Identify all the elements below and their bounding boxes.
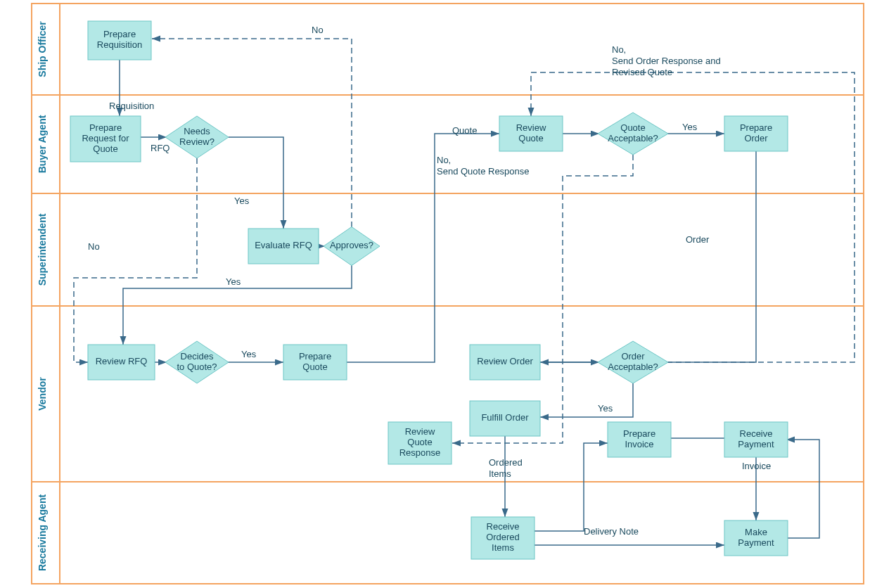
- edge-label-e10: No,: [612, 44, 626, 55]
- node-text: Quote: [302, 362, 327, 372]
- node-text: Quote: [518, 133, 543, 143]
- node-text: Fulfill Order: [481, 412, 529, 423]
- node-review_rfq: Review RFQ: [88, 345, 155, 380]
- edge-label-e15: Delivery Note: [584, 526, 639, 537]
- node-text: to Quote?: [177, 362, 217, 372]
- svg-rect-0: [32, 4, 864, 584]
- node-review_quote: ReviewQuote: [499, 116, 563, 151]
- edge-label-e9: Yes: [682, 122, 698, 132]
- node-order_acc: OrderAcceptable?: [598, 341, 668, 383]
- node-text: Acceptable?: [608, 133, 658, 143]
- lane-label-recv: Receiving Agent: [37, 494, 48, 572]
- node-prep_rfq: PrepareRequest forQuote: [70, 116, 141, 162]
- swimlane-diagram: Ship OfficerBuyer AgentSuperintendentVen…: [0, 0, 896, 588]
- edge-label-e12: Order: [686, 234, 710, 245]
- edge-label-e2: Requisition: [109, 101, 154, 111]
- connector: [531, 72, 855, 362]
- node-text: Make: [745, 527, 767, 537]
- edge-label-e10: Revised Quote: [612, 67, 672, 77]
- node-text: Invoice: [625, 439, 653, 449]
- node-eval_rfq: Evaluate RFQ: [248, 229, 319, 264]
- node-text: Request for: [82, 133, 129, 143]
- node-recv_pay: ReceivePayment: [724, 422, 788, 457]
- edge-label-e5: No: [88, 241, 100, 252]
- node-text: Acceptable?: [608, 362, 658, 372]
- edge-label-e16: Invoice: [742, 461, 771, 471]
- node-text: Requisition: [97, 39, 142, 50]
- node-text: Review RFQ: [96, 356, 148, 366]
- node-text: Ordered: [486, 532, 520, 542]
- lane-label-super: Superintendent: [37, 213, 48, 286]
- node-text: Review Order: [477, 356, 533, 366]
- node-make_pay: MakePayment: [724, 520, 788, 556]
- edge-label-e4: Yes: [234, 196, 250, 206]
- node-prep_quote: PrepareQuote: [283, 345, 347, 380]
- node-text: Order: [621, 351, 645, 362]
- lane-label-vendor: Vendor: [37, 377, 48, 411]
- node-text: Response: [399, 447, 441, 458]
- node-text: Quote: [407, 437, 432, 447]
- node-prep_inv: PrepareInvoice: [608, 422, 671, 457]
- edge-label-e11: No,: [437, 155, 451, 165]
- node-text: Items: [492, 542, 514, 553]
- node-review_order: Review Order: [470, 345, 540, 380]
- node-decides: Decidesto Quote?: [165, 341, 229, 383]
- node-text: Prepare: [89, 122, 122, 133]
- edge-label-e14: Ordered: [489, 457, 523, 468]
- edge-label-e7: Yes: [241, 349, 257, 359]
- node-prep_req: PrepareRequisition: [88, 21, 151, 60]
- node-text: Prepare: [623, 428, 655, 439]
- edge-label-e3: RFQ: [151, 143, 169, 153]
- connector: [74, 158, 197, 362]
- node-text: Approves?: [330, 240, 373, 250]
- node-prep_order: PrepareOrder: [724, 116, 788, 151]
- node-text: Review?: [179, 136, 215, 147]
- node-text: Decides: [181, 351, 214, 362]
- node-text: Quote: [93, 143, 117, 154]
- connector: [229, 137, 283, 229]
- node-text: Prepare: [103, 29, 136, 39]
- node-text: Quote: [620, 122, 645, 133]
- node-approves: Approves?: [324, 227, 380, 266]
- node-text: Prepare: [740, 122, 772, 133]
- node-recv_items: ReceiveOrderedItems: [471, 517, 535, 559]
- connector: [452, 155, 633, 443]
- node-text: Review: [516, 122, 546, 133]
- edge-label-e6: Yes: [226, 276, 241, 287]
- connector: [535, 443, 608, 531]
- node-text: Review: [405, 426, 435, 437]
- connector: [786, 440, 819, 538]
- lane-label-ship: Ship Officer: [37, 21, 48, 77]
- node-text: Receive: [487, 521, 520, 532]
- node-text: Payment: [738, 439, 774, 449]
- node-quote_acc: QuoteAcceptable?: [598, 113, 668, 155]
- connector: [540, 383, 633, 417]
- lane-label-buyer: Buyer Agent: [37, 115, 48, 173]
- edge-label-e10: Send Order Response and: [612, 56, 721, 66]
- node-text: Evaluate RFQ: [255, 240, 312, 250]
- node-text: Order: [744, 133, 768, 143]
- node-text: Prepare: [299, 351, 331, 362]
- node-text: Needs: [184, 126, 210, 136]
- edge-label-e11: Send Quote Response: [437, 166, 530, 177]
- edge-label-e8: Quote: [452, 125, 477, 136]
- node-text: Receive: [740, 428, 773, 439]
- connector: [540, 151, 756, 362]
- node-text: Payment: [738, 537, 774, 548]
- node-rev_qr: ReviewQuoteResponse: [388, 422, 452, 464]
- edge-label-e1: No: [312, 25, 324, 35]
- edge-label-e13: Yes: [598, 403, 613, 414]
- edge-label-e14: Items: [489, 468, 511, 479]
- node-needs_rev: NeedsReview?: [165, 116, 229, 158]
- node-fulfill: Fulfill Order: [470, 401, 540, 436]
